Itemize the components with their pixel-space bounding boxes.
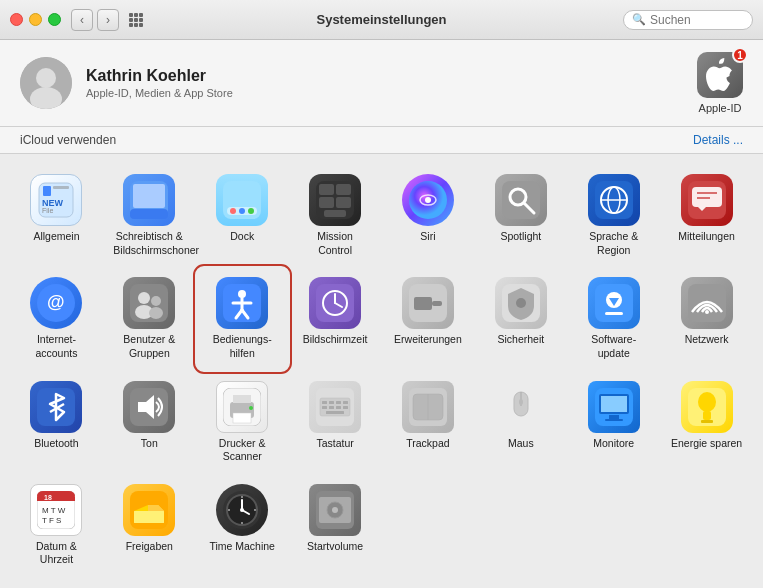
svg-rect-28 <box>319 197 334 208</box>
icon-item-spotlight[interactable]: Spotlight <box>474 164 567 267</box>
svg-rect-80 <box>233 395 251 403</box>
svg-rect-3 <box>129 18 133 22</box>
svg-rect-88 <box>343 401 348 404</box>
details-link[interactable]: Details ... <box>693 133 743 147</box>
svg-text:M T W: M T W <box>42 506 66 515</box>
icon-item-dock[interactable]: Dock <box>196 164 289 267</box>
icon-label-freigaben: Freigaben <box>126 540 173 554</box>
svg-point-126 <box>241 496 243 498</box>
main-content: Kathrin Koehler Apple-ID, Medien & App S… <box>0 40 763 588</box>
icon-img-start <box>309 484 361 536</box>
svg-point-24 <box>248 208 254 214</box>
icon-label-mission: Mission Control <box>299 230 371 257</box>
search-input[interactable] <box>650 13 744 27</box>
icon-item-siri[interactable]: Siri <box>382 164 475 267</box>
icon-label-mitteilungen: Mitteilungen <box>678 230 735 244</box>
svg-rect-117 <box>134 511 164 523</box>
apple-id-label: Apple-ID <box>699 102 742 114</box>
icon-item-bedienungs[interactable]: Bedienungs- hilfen <box>196 267 289 370</box>
svg-rect-107 <box>703 411 711 420</box>
icon-label-start: Startvolume <box>307 540 363 554</box>
icon-item-monitore[interactable]: Monitore <box>567 371 660 474</box>
icon-item-energie[interactable]: Energie sparen <box>660 371 753 474</box>
icon-img-tastatur <box>309 381 361 433</box>
grid-button[interactable] <box>125 9 147 31</box>
maximize-button[interactable] <box>48 13 61 26</box>
icon-item-schreibtisch[interactable]: Schreibtisch & Bildschirmschoner <box>103 164 196 267</box>
apple-id-icon: 1 <box>697 52 743 98</box>
icon-label-software: Software- update <box>578 333 650 360</box>
icon-item-start[interactable]: Startvolume <box>289 474 382 577</box>
svg-text:18: 18 <box>44 494 52 501</box>
icon-img-internet: @ <box>30 277 82 329</box>
apple-id-button[interactable]: 1 Apple-ID <box>697 52 743 114</box>
icloud-bar: iCloud verwenden Details ... <box>0 127 763 154</box>
svg-rect-1 <box>134 13 138 17</box>
icon-img-mission <box>309 174 361 226</box>
icon-item-benutzer[interactable]: Benutzer & Gruppen <box>103 267 196 370</box>
svg-point-10 <box>36 68 56 88</box>
icon-item-bluetooth[interactable]: Bluetooth <box>10 371 103 474</box>
icon-label-bedienungs: Bedienungs- hilfen <box>206 333 278 360</box>
icon-item-bildschirmzeit[interactable]: Bildschirmzeit <box>289 267 382 370</box>
svg-rect-14 <box>53 186 69 189</box>
icon-item-erweiterungen[interactable]: Erweiterungen <box>382 267 475 370</box>
user-details: Kathrin Koehler Apple-ID, Medien & App S… <box>86 67 233 99</box>
icon-img-drucker <box>216 381 268 433</box>
icon-item-drucker[interactable]: Drucker & Scanner <box>196 371 289 474</box>
icon-label-monitore: Monitore <box>593 437 634 451</box>
icon-img-time <box>216 484 268 536</box>
svg-rect-0 <box>129 13 133 17</box>
icon-item-netzwerk[interactable]: Netzwerk <box>660 267 753 370</box>
icon-item-sicherheit[interactable]: Sicherheit <box>474 267 567 370</box>
icon-item-datum[interactable]: 18 M T W T F S Datum & Uhrzeit <box>10 474 103 577</box>
icon-item-sprache[interactable]: Sprache & Region <box>567 164 660 267</box>
svg-point-128 <box>228 509 230 511</box>
user-header: Kathrin Koehler Apple-ID, Medien & App S… <box>0 40 763 127</box>
close-button[interactable] <box>10 13 23 26</box>
search-icon: 🔍 <box>632 13 646 26</box>
svg-point-67 <box>516 298 526 308</box>
svg-text:@: @ <box>47 292 65 312</box>
svg-rect-81 <box>233 413 251 423</box>
icon-item-allgemein[interactable]: NEW File Allgemein <box>10 164 103 267</box>
icon-label-bluetooth: Bluetooth <box>34 437 78 451</box>
svg-rect-42 <box>692 187 722 207</box>
svg-point-82 <box>249 406 253 410</box>
icon-label-bildschirmzeit: Bildschirmzeit <box>303 333 368 347</box>
icon-item-software[interactable]: Software- update <box>567 267 660 370</box>
icon-label-energie: Energie sparen <box>671 437 742 451</box>
back-button[interactable]: ‹ <box>71 9 93 31</box>
icon-img-dock <box>216 174 268 226</box>
icon-item-internet[interactable]: @ Internet- accounts <box>10 267 103 370</box>
icon-label-erweiterungen: Erweiterungen <box>394 333 462 347</box>
icon-img-sicherheit <box>495 277 547 329</box>
icon-img-bildschirmzeit <box>309 277 361 329</box>
svg-rect-8 <box>139 23 143 27</box>
forward-button[interactable]: › <box>97 9 119 31</box>
svg-rect-6 <box>129 23 133 27</box>
icon-item-tastatur[interactable]: Tastatur <box>289 371 382 474</box>
svg-point-23 <box>239 208 245 214</box>
svg-rect-13 <box>43 186 51 196</box>
icon-item-ton[interactable]: Ton <box>103 371 196 474</box>
minimize-button[interactable] <box>29 13 42 26</box>
svg-rect-85 <box>322 401 327 404</box>
icon-item-time[interactable]: Time Machine <box>196 474 289 577</box>
icon-item-mitteilungen[interactable]: Mitteilungen <box>660 164 753 267</box>
notification-badge: 1 <box>732 47 748 63</box>
icon-label-siri: Siri <box>420 230 435 244</box>
svg-point-99 <box>519 399 523 405</box>
icon-item-maus[interactable]: Maus <box>474 371 567 474</box>
traffic-lights <box>10 13 61 26</box>
svg-text:File: File <box>42 207 53 214</box>
search-box[interactable]: 🔍 <box>623 10 753 30</box>
icon-img-ton <box>123 381 175 433</box>
svg-point-127 <box>241 522 243 524</box>
icon-item-trackpad[interactable]: Trackpad <box>382 371 475 474</box>
svg-rect-111 <box>37 497 75 501</box>
icon-img-datum: 18 M T W T F S <box>30 484 82 536</box>
titlebar: ‹ › Systemeinstellungen 🔍 <box>0 0 763 40</box>
icon-item-mission[interactable]: Mission Control <box>289 164 382 267</box>
icon-item-freigaben[interactable]: Freigaben <box>103 474 196 577</box>
